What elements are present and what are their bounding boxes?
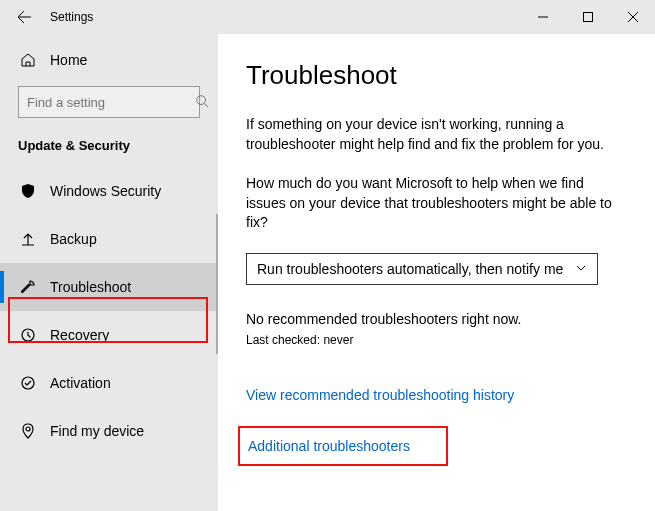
chevron-down-icon xyxy=(575,261,587,277)
close-button[interactable] xyxy=(610,0,655,34)
svg-rect-0 xyxy=(583,13,592,22)
sidebar-item-find-my-device[interactable]: Find my device xyxy=(0,407,218,455)
close-icon xyxy=(628,12,638,22)
svg-point-1 xyxy=(197,95,206,104)
troubleshooter-preference-dropdown[interactable]: Run troubleshooters automatically, then … xyxy=(246,253,598,285)
app-title: Settings xyxy=(50,10,93,24)
page-title: Troubleshoot xyxy=(246,60,627,91)
question-paragraph: How much do you want Microsoft to help w… xyxy=(246,174,627,233)
sidebar-item-troubleshoot[interactable]: Troubleshoot xyxy=(0,263,218,311)
sidebar-item-label: Troubleshoot xyxy=(50,279,131,295)
back-button[interactable] xyxy=(0,0,48,34)
back-arrow-icon xyxy=(16,9,32,25)
status-text: No recommended troubleshooters right now… xyxy=(246,311,627,327)
home-icon xyxy=(20,52,36,68)
sidebar-section-header: Update & Security xyxy=(0,132,218,167)
sidebar-item-label: Find my device xyxy=(50,423,144,439)
backup-icon xyxy=(20,231,36,247)
activation-icon xyxy=(20,375,36,391)
sidebar-item-label: Windows Security xyxy=(50,183,161,199)
search-box[interactable] xyxy=(18,86,200,118)
search-input[interactable] xyxy=(27,95,195,110)
maximize-button[interactable] xyxy=(565,0,610,34)
sidebar-item-label: Recovery xyxy=(50,327,109,343)
find-icon xyxy=(20,423,36,439)
search-icon xyxy=(195,94,209,111)
dropdown-value: Run troubleshooters automatically, then … xyxy=(257,261,563,277)
intro-paragraph: If something on your device isn't workin… xyxy=(246,115,627,154)
annotation-highlight-link: Additional troubleshooters xyxy=(238,426,448,466)
titlebar: Settings xyxy=(0,0,655,34)
sidebar-item-windows-security[interactable]: Windows Security xyxy=(0,167,218,215)
last-checked-text: Last checked: never xyxy=(246,333,627,347)
link-additional-troubleshooters[interactable]: Additional troubleshooters xyxy=(248,438,410,454)
sidebar-item-activation[interactable]: Activation xyxy=(0,359,218,407)
wrench-icon xyxy=(20,279,36,295)
link-troubleshooting-history[interactable]: View recommended troubleshooting history xyxy=(246,387,627,403)
maximize-icon xyxy=(583,12,593,22)
home-label: Home xyxy=(50,52,87,68)
minimize-button[interactable] xyxy=(520,0,565,34)
shield-icon xyxy=(20,183,36,199)
sidebar-item-label: Activation xyxy=(50,375,111,391)
recovery-icon xyxy=(20,327,36,343)
sidebar-item-label: Backup xyxy=(50,231,97,247)
svg-point-3 xyxy=(22,377,34,389)
sidebar-item-home[interactable]: Home xyxy=(0,40,218,80)
content-area: Troubleshoot If something on your device… xyxy=(218,34,655,511)
sidebar: Home Update & Security Windows Security … xyxy=(0,34,218,511)
svg-point-4 xyxy=(26,427,30,431)
sidebar-item-backup[interactable]: Backup xyxy=(0,215,218,263)
sidebar-item-recovery[interactable]: Recovery xyxy=(0,311,218,359)
minimize-icon xyxy=(538,12,548,22)
